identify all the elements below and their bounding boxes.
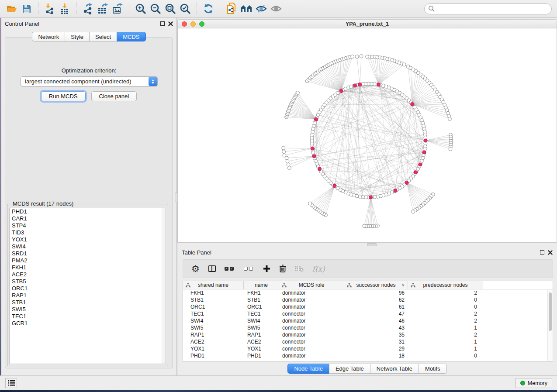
import-table-icon[interactable] [57,2,72,16]
mcds-result-item[interactable]: RAP1 [10,292,166,299]
network-node[interactable] [449,148,452,151]
mcds-hub-node[interactable] [419,163,422,166]
window-maximize-icon[interactable] [199,21,204,27]
eye-slash-icon[interactable] [254,2,269,16]
network-node[interactable] [448,117,451,120]
column-header-shared-name[interactable]: shared name [183,281,244,289]
mcds-result-item[interactable]: ORC1 [10,285,166,292]
network-window-titlebar[interactable]: YPA_prune.txt_1 [178,20,557,28]
network-node[interactable] [402,63,406,66]
columns-icon[interactable] [208,263,216,275]
gear-icon[interactable]: ⚙ [191,263,200,275]
eye-icon[interactable] [269,2,284,16]
show-panels-button[interactable] [5,378,17,388]
mcds-hub-node[interactable] [311,147,314,150]
tab-network[interactable]: Network [32,32,65,41]
table-scrollbar-thumb[interactable] [549,292,552,331]
mcds-hub-node[interactable] [405,181,408,185]
mcds-result-item[interactable]: GCR1 [10,320,166,327]
add-column-icon[interactable] [263,263,270,275]
zoom-fit-icon[interactable] [163,2,178,16]
horizontal-splitter[interactable] [177,243,557,247]
network-node[interactable] [286,160,289,163]
houses-icon[interactable] [239,2,254,16]
export-network-icon[interactable] [80,2,95,16]
mcds-result-item[interactable]: SWI4 [10,243,166,250]
tab-network-table[interactable]: Network Table [370,364,419,374]
zoom-selected-icon[interactable] [178,2,193,16]
network-node[interactable] [296,91,300,94]
tab-edge-table[interactable]: Edge Table [329,364,370,374]
mcds-hub-node[interactable] [411,102,414,106]
mcds-result-item[interactable]: PHD1 [10,208,166,215]
mcds-result-item[interactable]: STB5 [10,278,166,285]
mcds-result-item[interactable]: TID3 [10,229,166,236]
table-row[interactable]: ACE2ACE2connector311 [183,338,553,345]
mcds-hub-node[interactable] [414,171,418,174]
mcds-hub-node[interactable] [353,84,357,87]
tab-select[interactable]: Select [89,32,117,41]
open-folder-icon[interactable] [4,2,19,16]
mcds-result-item[interactable]: TEC1 [10,313,166,320]
network-node[interactable] [287,166,291,170]
tab-mcds[interactable]: MCDS [117,32,145,41]
tab-motifs[interactable]: Motifs [419,364,447,374]
network-node[interactable] [351,55,354,58]
float-panel-icon[interactable] [160,21,165,26]
search-box[interactable] [424,3,552,14]
memory-button[interactable]: Memory [515,378,552,388]
mcds-hub-node[interactable] [422,151,426,154]
mcds-result-item[interactable]: STB1 [10,299,166,306]
mcds-hub-node[interactable] [369,196,373,199]
mcds-hub-node[interactable] [312,155,316,158]
mcds-result-list[interactable]: PHD1CAR1STP4TID3YOX1SWI4SRD1PMA2FKH1ACE2… [9,208,166,364]
mcds-hub-node[interactable] [394,189,397,193]
network-canvas[interactable] [178,29,557,242]
table-row[interactable]: TEC1TEC1connector472 [183,310,553,317]
mcds-result-item[interactable]: STP4 [10,222,166,229]
close-panel-icon[interactable] [168,21,173,26]
mcds-result-item[interactable]: CAR1 [10,215,166,222]
float-panel-icon[interactable] [540,250,544,254]
table-row[interactable]: ORC1ORC1dominator610 [183,303,553,310]
network-node[interactable] [285,156,288,160]
export-image-icon[interactable] [110,2,125,16]
table-row[interactable]: SWI4SWI4dominator462 [183,317,553,324]
select-all-icon[interactable]: ✓✓ [225,263,235,275]
network-node[interactable] [360,55,363,58]
mcds-result-item[interactable]: ACE2 [10,271,166,278]
table-row[interactable]: STB1STB1dominator620 [183,296,553,303]
close-panel-icon[interactable] [548,250,553,255]
column-header-MCDS-role[interactable]: MCDS role [279,281,344,289]
table-row[interactable]: YOX1YOX1connector291 [183,345,553,352]
mcds-hub-node[interactable] [377,83,381,86]
refresh-icon[interactable] [201,2,216,16]
table-row[interactable]: RAP1RAP1dominator352 [183,331,553,338]
table-row[interactable]: PHD1PHD1dominator180 [183,352,553,359]
mcds-result-item[interactable]: SWI5 [10,306,166,313]
mcds-hub-node[interactable] [424,139,427,142]
mcds-hub-node[interactable] [314,117,318,121]
mcds-hub-node[interactable] [333,184,336,188]
network-node[interactable] [282,146,285,150]
deselect-all-icon[interactable] [244,263,254,275]
mcds-hub-node[interactable] [339,89,343,93]
mcds-result-item[interactable]: FKH1 [10,264,166,271]
column-header-successor-nodes[interactable]: successor nodes∨ [344,281,408,289]
mcds-result-item[interactable]: PMA2 [10,257,166,264]
tab-node-table[interactable]: Node Table [287,364,329,374]
save-icon[interactable] [19,2,34,16]
zoom-out-icon[interactable] [148,2,163,16]
network-node[interactable] [282,150,286,154]
window-minimize-icon[interactable] [190,21,196,27]
network-node[interactable] [412,210,415,213]
search-input[interactable] [435,4,551,13]
column-header-name[interactable]: name [244,281,279,289]
run-mcds-button[interactable]: Run MCDS [41,91,86,101]
network-node[interactable] [355,55,359,58]
table-row[interactable]: FKH1FKH1dominator962 [183,289,553,296]
horizontal-splitter-handle[interactable] [367,243,377,246]
table-scrollbar[interactable] [547,290,552,361]
mcds-hub-node[interactable] [358,83,362,86]
export-table-icon[interactable] [95,2,110,16]
